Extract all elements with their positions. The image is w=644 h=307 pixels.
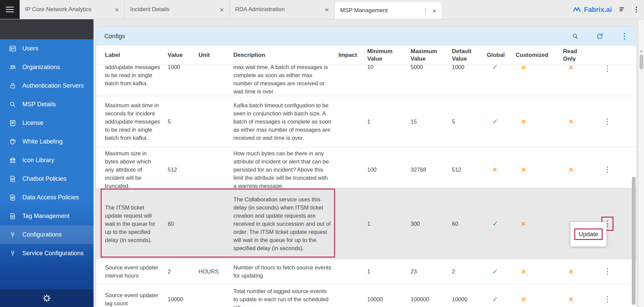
- config-label: The ITSM ticket update request will wait…: [105, 203, 161, 244]
- tab-ip-core-network-analytics[interactable]: IP Core Network Analytics ×: [20, 0, 125, 19]
- sidebar-item-msp-details[interactable]: MSP Details: [0, 95, 94, 114]
- cell-unit: HOURS: [196, 259, 231, 284]
- cell-impact: [336, 188, 365, 259]
- close-icon[interactable]: ×: [432, 7, 436, 14]
- close-icon[interactable]: ×: [325, 6, 329, 13]
- sidebar-item-configurations[interactable]: Configurations: [0, 225, 94, 244]
- sidebar-item-tag-management[interactable]: Tag Management: [0, 207, 94, 225]
- read-only-flag-icon: ×: [568, 117, 574, 126]
- context-menu-item-update[interactable]: Update: [574, 228, 603, 240]
- cell-default-value: 2: [449, 259, 484, 284]
- sidebar-item-label: Chatbot Policies: [22, 175, 66, 182]
- row-actions-kebab-button[interactable]: ⋮: [603, 293, 612, 305]
- config-description: Number of hours to fetch source events f…: [233, 263, 332, 280]
- sidebar-spacer: [0, 263, 94, 289]
- config-label: Source event updater lag count: [105, 291, 161, 307]
- cell-global: ✓: [484, 284, 513, 307]
- column-header-global: Global: [484, 49, 513, 61]
- kebab-icon[interactable]: ⋮: [422, 7, 429, 14]
- cell-global: ✓: [484, 188, 513, 259]
- cell-maximum-value: 32768: [408, 147, 449, 192]
- sidebar-item-label: Icon Library: [22, 157, 54, 164]
- row-actions-kebab-button[interactable]: ⋮: [603, 116, 612, 127]
- table-row-selected[interactable]: The ITSM ticket update request will wait…: [96, 188, 636, 259]
- customized-flag-icon: ×: [521, 295, 526, 304]
- gear-icon: [42, 293, 52, 303]
- customized-flag-icon: ×: [521, 117, 526, 126]
- cell-actions: ⋮: [589, 147, 631, 192]
- close-icon[interactable]: ×: [115, 6, 119, 13]
- cell-value: 10000: [165, 284, 196, 307]
- table-row[interactable]: add/update messages to be read in single…: [96, 65, 636, 96]
- cell-read-only: ×: [560, 96, 589, 147]
- row-actions-kebab-button[interactable]: ⋮: [603, 164, 612, 175]
- settings-gear-button[interactable]: [42, 293, 52, 303]
- cell-description: The Collaboration service uses this dela…: [231, 188, 336, 259]
- sidebar-item-data-access-policies[interactable]: Data Access Policies: [0, 188, 94, 207]
- sidebar-item-icon-library[interactable]: Icon Library: [0, 151, 94, 170]
- cell-minimum-value: 1: [365, 188, 408, 259]
- brand-wave-icon: [573, 6, 582, 13]
- table-row[interactable]: Source event updater interval hours 2 HO…: [96, 259, 636, 284]
- column-header-minimum-value: Minimum Value: [365, 46, 408, 65]
- sidebar-item-license[interactable]: License: [0, 114, 94, 132]
- cell-minimum-value: 100: [365, 147, 408, 192]
- column-header-customized: Customized: [513, 49, 560, 61]
- tab-label: Incident Details: [130, 6, 216, 13]
- cell-unit: [196, 284, 231, 307]
- list-menu-button[interactable]: [619, 6, 626, 13]
- sidebar-item-white-labeling[interactable]: White Labeling: [0, 132, 94, 151]
- config-label: Maximum size in bytes above which any at…: [105, 149, 161, 190]
- cell-maximum-value: 100000: [408, 284, 449, 307]
- sidebar-item-service-configurations[interactable]: Service Configurations: [0, 244, 94, 263]
- table-row[interactable]: Maximum size in bytes above which any at…: [96, 147, 636, 188]
- config-label: add/update messages to be read in single…: [105, 65, 161, 87]
- close-icon[interactable]: ×: [220, 6, 224, 13]
- overflow-menu-button[interactable]: ⋮: [633, 5, 640, 14]
- cell-actions: ⋮: [589, 96, 631, 147]
- cell-global: ×: [484, 147, 513, 192]
- tab-rda-administration[interactable]: RDA Administration ×: [230, 0, 335, 19]
- row-actions-kebab-button[interactable]: ⋮: [603, 65, 612, 74]
- search-button[interactable]: [572, 32, 579, 40]
- tab-msp-management[interactable]: MSP Management ⋮ ×: [335, 2, 442, 19]
- tab-incident-details[interactable]: Incident Details ×: [125, 0, 230, 19]
- table-row[interactable]: Source event updater lag count 10000 Tot…: [96, 284, 636, 307]
- cell-maximum-value: 23: [408, 259, 449, 284]
- sidebar-item-label: License: [22, 119, 43, 127]
- column-header-maximum-value: Maximum Value: [408, 46, 449, 65]
- cell-customized: ×: [513, 284, 560, 307]
- sidebar-item-users[interactable]: Users: [0, 39, 94, 58]
- config-label: Source event updater interval hours: [105, 263, 161, 280]
- search-icon: [572, 32, 579, 40]
- table-row[interactable]: Maximum wait time in seconds for inciden…: [96, 96, 636, 147]
- tuning-fork-icon: [9, 249, 17, 257]
- sidebar: Users Organizations Authentication Serve…: [0, 19, 94, 307]
- configs-table: Label Value Unit Description Impact Mini…: [96, 46, 636, 307]
- table-scrollbar-thumb[interactable]: [632, 177, 636, 305]
- sidebar-item-label: Users: [22, 45, 38, 52]
- cell-description: How much bytes can be there in any attri…: [231, 147, 336, 192]
- panel-overflow-button[interactable]: ⋮: [621, 32, 628, 41]
- sidebar-item-label: Organizations: [22, 64, 60, 71]
- cell-customized: ×: [513, 96, 560, 147]
- cell-description: Number of hours to fetch source events f…: [231, 259, 336, 284]
- sidebar-item-authentication-servers[interactable]: Authentication Servers: [0, 76, 94, 95]
- sidebar-item-organizations[interactable]: Organizations: [0, 58, 94, 76]
- cell-read-only: ×: [560, 147, 589, 192]
- page-scrollbar-thumb[interactable]: [640, 54, 643, 69]
- scroll-up-arrow[interactable]: ▲: [639, 49, 644, 53]
- sidebar-item-label: Data Access Policies: [22, 194, 79, 201]
- cell-minimum-value: 1: [365, 259, 408, 284]
- refresh-button[interactable]: [596, 32, 604, 40]
- column-header-description: Description: [231, 49, 336, 61]
- sidebar-item-chatbot-policies[interactable]: Chatbot Policies: [0, 170, 94, 188]
- config-description: The Collaboration service uses this dela…: [233, 195, 332, 252]
- config-description: How much bytes can be there in any attri…: [233, 149, 332, 190]
- config-value: 2: [168, 267, 171, 276]
- hamburger-menu-button[interactable]: [0, 0, 20, 19]
- row-actions-kebab-button[interactable]: ⋮: [603, 266, 612, 277]
- people-icon: [9, 63, 17, 71]
- column-header-default-value: Default Value: [449, 46, 484, 65]
- cell-customized: ×: [513, 188, 560, 259]
